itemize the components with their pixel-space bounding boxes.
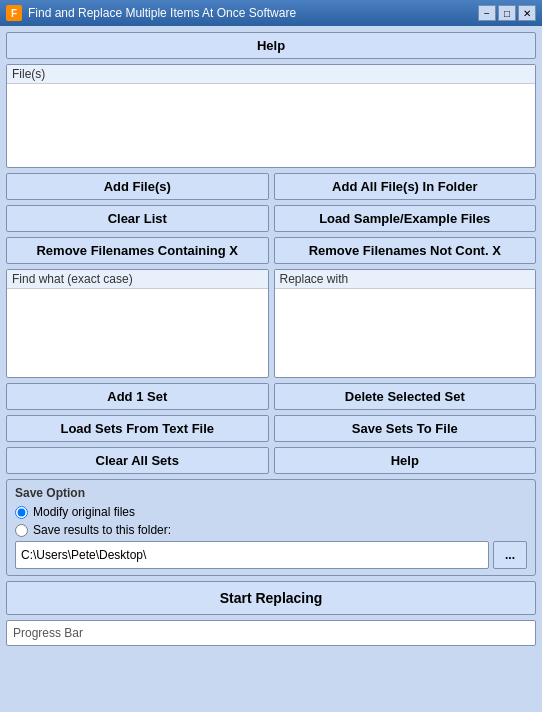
find-replace-row: Find what (exact case) Replace with	[6, 269, 536, 378]
sets-file-row: Load Sets From Text File Save Sets To Fi…	[6, 415, 536, 442]
replace-box: Replace with	[274, 269, 537, 378]
clear-list-button[interactable]: Clear List	[6, 205, 269, 232]
save-results-label: Save results to this folder:	[33, 523, 171, 537]
title-bar-controls: − □ ✕	[478, 5, 536, 21]
save-sets-button[interactable]: Save Sets To File	[274, 415, 537, 442]
remove-filenames-row: Remove Filenames Containing X Remove Fil…	[6, 237, 536, 264]
start-replacing-button[interactable]: Start Replacing	[6, 581, 536, 615]
add-files-button[interactable]: Add File(s)	[6, 173, 269, 200]
minimize-button[interactable]: −	[478, 5, 496, 21]
files-section: File(s)	[6, 64, 536, 168]
save-results-row: Save results to this folder:	[15, 523, 527, 537]
find-box: Find what (exact case)	[6, 269, 269, 378]
folder-path-input[interactable]	[15, 541, 489, 569]
add-set-button[interactable]: Add 1 Set	[6, 383, 269, 410]
clear-load-row: Clear List Load Sample/Example Files	[6, 205, 536, 232]
help-bottom-button[interactable]: Help	[274, 447, 537, 474]
app-icon: F	[6, 5, 22, 21]
folder-row: ...	[15, 541, 527, 569]
clear-all-sets-button[interactable]: Clear All Sets	[6, 447, 269, 474]
maximize-button[interactable]: □	[498, 5, 516, 21]
files-textarea[interactable]	[7, 84, 535, 164]
modify-original-radio[interactable]	[15, 506, 28, 519]
remove-not-containing-button[interactable]: Remove Filenames Not Cont. X	[274, 237, 537, 264]
title-bar: F Find and Replace Multiple Items At Onc…	[0, 0, 542, 26]
remove-containing-button[interactable]: Remove Filenames Containing X	[6, 237, 269, 264]
title-bar-left: F Find and Replace Multiple Items At Onc…	[6, 5, 296, 21]
close-button[interactable]: ✕	[518, 5, 536, 21]
save-results-radio[interactable]	[15, 524, 28, 537]
delete-selected-set-button[interactable]: Delete Selected Set	[274, 383, 537, 410]
main-content: Help File(s) Add File(s) Add All File(s)…	[0, 26, 542, 652]
modify-original-label: Modify original files	[33, 505, 135, 519]
app-title: Find and Replace Multiple Items At Once …	[28, 6, 296, 20]
save-option-group: Save Option Modify original files Save r…	[6, 479, 536, 576]
files-label: File(s)	[7, 65, 535, 84]
help-top-button[interactable]: Help	[6, 32, 536, 59]
clear-help-row: Clear All Sets Help	[6, 447, 536, 474]
replace-textarea[interactable]	[275, 289, 536, 374]
load-sets-button[interactable]: Load Sets From Text File	[6, 415, 269, 442]
browse-button[interactable]: ...	[493, 541, 527, 569]
find-textarea[interactable]	[7, 289, 268, 374]
set-manage-row: Add 1 Set Delete Selected Set	[6, 383, 536, 410]
add-files-row: Add File(s) Add All File(s) In Folder	[6, 173, 536, 200]
replace-label: Replace with	[275, 270, 536, 289]
progress-bar-label: Progress Bar	[13, 626, 83, 640]
save-option-legend: Save Option	[15, 486, 527, 500]
find-label: Find what (exact case)	[7, 270, 268, 289]
add-all-files-folder-button[interactable]: Add All File(s) In Folder	[274, 173, 537, 200]
progress-bar: Progress Bar	[6, 620, 536, 646]
load-sample-button[interactable]: Load Sample/Example Files	[274, 205, 537, 232]
modify-original-row: Modify original files	[15, 505, 527, 519]
